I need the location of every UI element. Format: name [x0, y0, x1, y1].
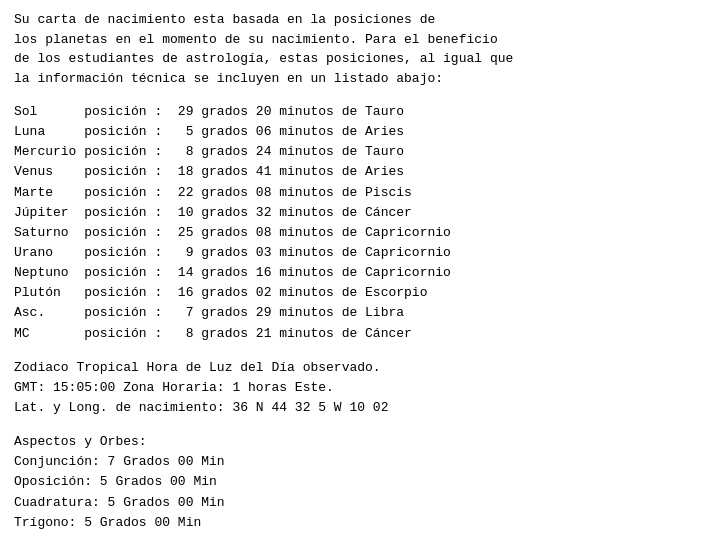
planet-row: Saturno posición : 25 grados 08 minutos …: [14, 223, 694, 243]
intro-line-3: de los estudiantes de astrología, estas …: [14, 49, 694, 69]
aspects-title: Aspectos y Orbes:: [14, 432, 694, 452]
footer-line-3: Lat. y Long. de nacimiento: 36 N 44 32 5…: [14, 398, 694, 418]
aspects-rows: Conjunción: 7 Grados 00 MinOposición: 5 …: [14, 452, 694, 534]
planet-row: Júpiter posición : 10 grados 32 minutos …: [14, 203, 694, 223]
planet-row: Neptuno posición : 14 grados 16 minutos …: [14, 263, 694, 283]
planet-row: Mercurio posición : 8 grados 24 minutos …: [14, 142, 694, 162]
planet-row: MC posición : 8 grados 21 minutos de Cán…: [14, 324, 694, 344]
aspects-section: Aspectos y Orbes: Conjunción: 7 Grados 0…: [14, 432, 694, 534]
planet-table: Sol posición : 29 grados 20 minutos de T…: [14, 102, 694, 344]
footer-line-1: Zodiaco Tropical Hora de Luz del Día obs…: [14, 358, 694, 378]
intro-line-4: la información técnica se incluyen en un…: [14, 69, 694, 89]
intro-line-1: Su carta de nacimiento esta basada en la…: [14, 10, 694, 30]
aspect-row: Trígono: 5 Grados 00 Min: [14, 513, 694, 533]
planet-row: Luna posición : 5 grados 06 minutos de A…: [14, 122, 694, 142]
aspect-row: Cuadratura: 5 Grados 00 Min: [14, 493, 694, 513]
aspect-row: Oposición: 5 Grados 00 Min: [14, 472, 694, 492]
planet-row: Plutón posición : 16 grados 02 minutos d…: [14, 283, 694, 303]
intro-block: Su carta de nacimiento esta basada en la…: [14, 10, 694, 88]
footer-info: Zodiaco Tropical Hora de Luz del Día obs…: [14, 358, 694, 418]
planet-row: Sol posición : 29 grados 20 minutos de T…: [14, 102, 694, 122]
footer-line-2: GMT: 15:05:00 Zona Horaria: 1 horas Este…: [14, 378, 694, 398]
planet-row: Marte posición : 22 grados 08 minutos de…: [14, 183, 694, 203]
planet-row: Asc. posición : 7 grados 29 minutos de L…: [14, 303, 694, 323]
planet-row: Venus posición : 18 grados 41 minutos de…: [14, 162, 694, 182]
aspect-row: Conjunción: 7 Grados 00 Min: [14, 452, 694, 472]
planet-row: Urano posición : 9 grados 03 minutos de …: [14, 243, 694, 263]
intro-line-2: los planetas en el momento de su nacimie…: [14, 30, 694, 50]
